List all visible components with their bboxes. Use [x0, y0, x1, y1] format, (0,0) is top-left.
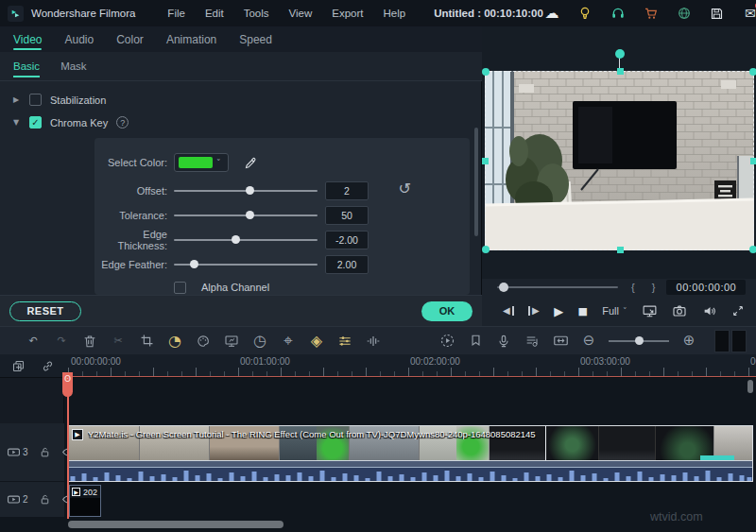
- edge-feather-value[interactable]: 2.00: [325, 255, 369, 274]
- quality-select[interactable]: Full ˅: [602, 305, 627, 317]
- tab-animation[interactable]: Animation: [166, 26, 216, 52]
- mark-in-icon[interactable]: {: [631, 282, 635, 293]
- link-clips-icon[interactable]: [41, 359, 55, 373]
- tolerance-value[interactable]: 50: [325, 206, 369, 225]
- tab-audio[interactable]: Audio: [64, 26, 94, 52]
- marker-icon[interactable]: [461, 334, 490, 348]
- menu-edit[interactable]: Edit: [205, 8, 224, 19]
- play-button[interactable]: ▶: [554, 305, 563, 317]
- color-swatch[interactable]: [179, 157, 213, 168]
- offset-slider[interactable]: [174, 181, 318, 200]
- headset-support-icon[interactable]: [610, 5, 627, 22]
- speed-icon[interactable]: ◔: [161, 334, 189, 349]
- delete-icon[interactable]: [76, 334, 104, 349]
- expand-arrow-icon[interactable]: ▼: [13, 119, 21, 127]
- cart-icon[interactable]: [643, 5, 660, 22]
- tab-video[interactable]: Video: [13, 26, 42, 52]
- help-icon[interactable]: ?: [116, 116, 129, 129]
- track-view-toggle[interactable]: [714, 330, 747, 352]
- timeline-zoom-slider[interactable]: [609, 335, 669, 348]
- handle-top-right[interactable]: [749, 68, 756, 76]
- lightbulb-icon[interactable]: [576, 5, 593, 22]
- preview-frame[interactable]: [485, 71, 754, 250]
- handle-bottom-left[interactable]: [482, 246, 490, 253]
- menu-export[interactable]: Export: [332, 8, 363, 19]
- timeline-horizontal-scrollbar[interactable]: [68, 521, 284, 528]
- reset-button[interactable]: RESET: [9, 301, 81, 321]
- color-palette-icon[interactable]: [189, 334, 217, 349]
- zoom-in-icon[interactable]: ⊕: [675, 334, 703, 348]
- preview-seek-slider[interactable]: [497, 281, 618, 294]
- cloud-icon[interactable]: ☁: [543, 5, 560, 22]
- overlay-clip[interactable]: ▶ 202: [69, 485, 101, 517]
- playhead-handle[interactable]: ʘ: [62, 372, 73, 397]
- crop-icon[interactable]: [132, 334, 161, 348]
- collapse-arrow-icon[interactable]: ▶: [13, 96, 21, 104]
- subtab-mask[interactable]: Mask: [60, 52, 86, 81]
- stop-button[interactable]: ■: [577, 306, 587, 317]
- audio-mixer-icon[interactable]: [518, 334, 546, 349]
- redo-icon[interactable]: ↷: [47, 335, 76, 346]
- chroma-key-row[interactable]: ▼ ✓ Chroma Key ?: [0, 112, 482, 133]
- record-voiceover-icon[interactable]: [490, 334, 518, 349]
- screen-play-icon[interactable]: [217, 334, 246, 349]
- menu-tools[interactable]: Tools: [244, 8, 269, 19]
- alpha-channel-checkbox[interactable]: [174, 282, 186, 294]
- rotate-handle[interactable]: [615, 49, 625, 59]
- adjustment-icon[interactable]: [331, 334, 359, 349]
- stabilization-row[interactable]: ▶ Stabilization: [0, 89, 482, 111]
- mail-icon[interactable]: ✉: [742, 5, 756, 22]
- snapshot-camera-icon[interactable]: [672, 303, 687, 318]
- handle-mid-left[interactable]: [482, 158, 489, 164]
- undo-icon[interactable]: ↶: [19, 335, 47, 346]
- eyedropper-icon[interactable]: [244, 156, 258, 170]
- subtab-basic[interactable]: Basic: [13, 52, 40, 81]
- lock-track-icon[interactable]: [39, 446, 51, 459]
- render-preview-icon[interactable]: [433, 333, 461, 349]
- chroma-key-checkbox[interactable]: ✓: [29, 116, 42, 129]
- audio-sync-icon[interactable]: [359, 334, 387, 349]
- tab-speed[interactable]: Speed: [239, 26, 272, 52]
- preview-stage[interactable]: [482, 26, 756, 279]
- lock-track-icon[interactable]: [39, 493, 51, 506]
- zoom-out-icon[interactable]: ⊖: [575, 334, 603, 348]
- handle-top-center[interactable]: [617, 68, 624, 75]
- globe-icon[interactable]: [676, 5, 693, 22]
- handle-bottom-center[interactable]: [617, 247, 624, 253]
- edge-thickness-slider[interactable]: [174, 231, 318, 249]
- menu-help[interactable]: Help: [384, 8, 406, 19]
- volume-icon[interactable]: [702, 303, 717, 318]
- color-picker-dropdown[interactable]: ˅: [174, 153, 229, 172]
- edge-feather-slider[interactable]: [174, 255, 318, 274]
- duration-icon[interactable]: ◷: [246, 334, 274, 349]
- handle-bottom-right[interactable]: [749, 246, 756, 253]
- motion-tracking-icon[interactable]: ⌖: [274, 333, 302, 349]
- edge-thickness-value[interactable]: -2.00: [325, 231, 369, 249]
- panel-scrollbar[interactable]: [474, 128, 478, 236]
- zoom-to-fit-icon[interactable]: [546, 333, 575, 349]
- next-frame-button[interactable]: ▶: [528, 306, 540, 316]
- offset-value[interactable]: 2: [325, 181, 369, 200]
- fullscreen-icon[interactable]: [731, 304, 745, 317]
- ok-button[interactable]: OK: [421, 301, 472, 321]
- menu-file[interactable]: File: [167, 8, 185, 19]
- handle-mid-right[interactable]: [750, 158, 756, 164]
- tolerance-slider[interactable]: [174, 206, 318, 225]
- reset-offset-icon[interactable]: ↺: [399, 181, 411, 197]
- timeline-vertical-scrollbar[interactable]: [747, 380, 753, 393]
- save-icon[interactable]: [709, 5, 726, 22]
- menu-view[interactable]: View: [289, 8, 313, 19]
- video-clip[interactable]: ▶ Y2Mate.is - Green Screen Tutorial - Th…: [68, 425, 753, 482]
- previous-frame-button[interactable]: ◀: [503, 306, 514, 316]
- manage-tracks-icon[interactable]: [11, 359, 26, 373]
- handle-top-left[interactable]: [482, 68, 490, 76]
- mark-out-icon[interactable]: }: [652, 282, 656, 293]
- mirror-display-icon[interactable]: [642, 303, 658, 319]
- selection-box[interactable]: [485, 71, 754, 250]
- track-3-header: 3: [0, 423, 64, 482]
- tab-color[interactable]: Color: [116, 26, 144, 52]
- keyframe-icon[interactable]: ◈: [302, 334, 331, 349]
- timeline-ruler[interactable]: 00:00:00:00 00:01:00:00 00:02:00:00 00:0…: [68, 354, 756, 378]
- cut-icon[interactable]: ✂: [104, 335, 132, 346]
- stabilization-checkbox[interactable]: [29, 94, 42, 106]
